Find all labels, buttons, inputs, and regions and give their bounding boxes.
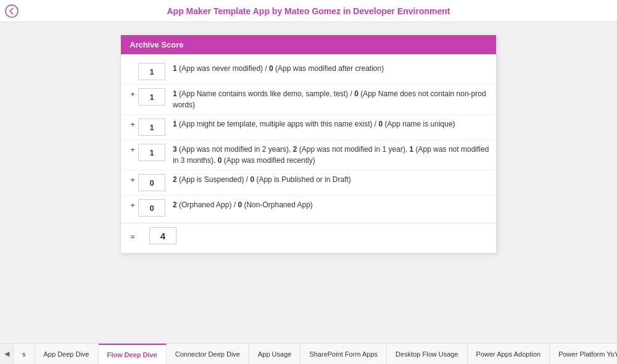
tab-power-platform-yoy[interactable]: Power Platform YoY Ac	[550, 344, 617, 364]
operator-4: +	[127, 144, 138, 154]
tab-app-deep-dive[interactable]: App Deep Dive	[35, 344, 99, 364]
total-operator: =	[127, 231, 138, 241]
score-value-1: 1	[138, 63, 165, 80]
score-row-2: + 1 1 (App Name contains words like demo…	[121, 84, 496, 114]
operator-6: +	[127, 199, 138, 210]
total-value: 4	[149, 227, 176, 244]
total-row: = 4	[121, 223, 496, 248]
score-value-5: 0	[138, 174, 165, 191]
tab-desktop-flow-usage[interactable]: Desktop Flow Usage	[387, 344, 468, 364]
operator-5: +	[127, 174, 138, 184]
score-row-4: + 1 3 (App was not modified in 2 years),…	[121, 139, 496, 170]
score-row-1: 1 1 (App was never modified) / 0 (App wa…	[121, 59, 496, 84]
main-content: Archive Score 1 1 (App was never modifie…	[0, 22, 617, 343]
tab-bar: ◀ s App Deep Dive Flow Deep Dive Connect…	[0, 343, 617, 364]
score-desc-5: 2 (App is Suspended) / 0 (App is Publish…	[173, 174, 490, 185]
tab-nav-left[interactable]: ◀	[0, 344, 14, 364]
archive-score-card: Archive Score 1 1 (App was never modifie…	[120, 35, 497, 254]
score-desc-3: 1 (App might be template, multiple apps …	[173, 118, 490, 130]
operator-1	[127, 63, 138, 64]
tab-connector-deep-dive[interactable]: Connector Deep Dive	[167, 344, 249, 364]
score-row-5: + 0 2 (App is Suspended) / 0 (App is Pub…	[121, 170, 496, 195]
archive-card-body: 1 1 (App was never modified) / 0 (App wa…	[121, 54, 496, 253]
score-value-4: 1	[138, 144, 165, 161]
archive-card-title: Archive Score	[121, 35, 496, 54]
score-desc-6: 2 (Orphaned App) / 0 (Non-Orphaned App)	[173, 199, 490, 210]
operator-2: +	[127, 88, 138, 99]
app-header: App Maker Template App by Mateo Gomez in…	[0, 0, 617, 22]
svg-point-0	[6, 5, 18, 17]
back-button[interactable]	[5, 4, 19, 18]
tab-sharepoint-form-apps[interactable]: SharePoint Form Apps	[300, 344, 387, 364]
page-title: App Maker Template App by Mateo Gomez in…	[167, 6, 450, 16]
tab-s[interactable]: s	[14, 344, 35, 364]
tab-app-usage[interactable]: App Usage	[249, 344, 300, 364]
tab-flow-deep-dive[interactable]: Flow Deep Dive	[99, 344, 167, 364]
score-row-6: + 0 2 (Orphaned App) / 0 (Non-Orphaned A…	[121, 195, 496, 220]
score-value-6: 0	[138, 199, 165, 217]
score-desc-1: 1 (App was never modified) / 0 (App was …	[173, 63, 490, 74]
score-row-3: + 1 1 (App might be template, multiple a…	[121, 114, 496, 139]
score-desc-4: 3 (App was not modified in 2 years), 2 (…	[173, 144, 490, 166]
score-desc-2: 1 (App Name contains words like demo, sa…	[173, 88, 490, 110]
tab-power-apps-adoption[interactable]: Power Apps Adoption	[468, 344, 550, 364]
operator-3: +	[127, 118, 138, 129]
score-value-2: 1	[138, 88, 165, 105]
score-value-3: 1	[138, 118, 165, 136]
